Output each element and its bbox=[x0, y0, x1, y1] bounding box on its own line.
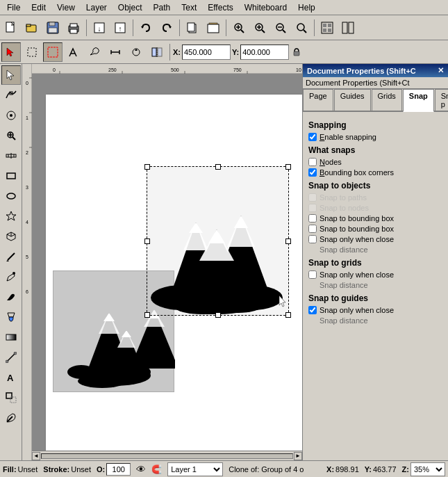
tab-grids[interactable]: Grids bbox=[372, 89, 402, 111]
handle-middle-left[interactable] bbox=[144, 239, 150, 244]
measure-canvas-tool[interactable] bbox=[1, 146, 21, 165]
zoom-out-button[interactable] bbox=[271, 18, 290, 38]
nodes-checkbox[interactable] bbox=[308, 158, 317, 166]
snap-paths-label: Snap to paths bbox=[320, 193, 367, 202]
visibility-icon[interactable]: 👁 bbox=[136, 464, 146, 475]
snap-only1-checkbox[interactable] bbox=[308, 235, 317, 243]
pencil-tool[interactable] bbox=[1, 247, 21, 266]
open-button[interactable] bbox=[22, 18, 42, 38]
right-panel: Document Properties (Shift+C ✕ Document … bbox=[302, 64, 448, 460]
export-button[interactable]: ↑ bbox=[110, 18, 130, 38]
h-scroll-right[interactable]: ► bbox=[294, 452, 302, 460]
view-btn1[interactable] bbox=[317, 18, 337, 38]
handle-top-center[interactable] bbox=[215, 164, 221, 170]
handle-bottom-center[interactable] bbox=[215, 312, 221, 318]
svg-rect-36 bbox=[349, 22, 354, 33]
node-edit-tool[interactable] bbox=[1, 86, 21, 105]
bbox-corners-checkbox[interactable] bbox=[308, 168, 317, 177]
zoom-fit-button[interactable] bbox=[229, 18, 249, 38]
zoom-tool[interactable] bbox=[85, 42, 104, 62]
tab-snap-p[interactable]: Snap p bbox=[435, 89, 448, 111]
snap-grids-only-checkbox[interactable] bbox=[308, 270, 317, 279]
menu-path[interactable]: Path bbox=[148, 1, 176, 14]
save-button[interactable] bbox=[43, 18, 63, 38]
bucket-tool[interactable] bbox=[1, 307, 21, 327]
tab-page[interactable]: Page bbox=[303, 89, 333, 111]
mirror-tool[interactable] bbox=[147, 42, 167, 62]
3d-box-tool[interactable] bbox=[1, 227, 21, 246]
menu-object[interactable]: Object bbox=[113, 1, 148, 14]
close-icon[interactable]: ✕ bbox=[438, 66, 444, 75]
menu-file[interactable]: File bbox=[1, 1, 26, 14]
rotate-tool[interactable] bbox=[126, 42, 146, 62]
menu-effects[interactable]: Effects bbox=[202, 1, 238, 14]
lock-icon[interactable] bbox=[292, 47, 301, 57]
redo-button[interactable] bbox=[157, 18, 176, 38]
bbox-corners-label: Bounding box corners bbox=[320, 168, 394, 177]
connector-tool[interactable] bbox=[1, 348, 21, 367]
svg-marker-114 bbox=[189, 223, 203, 233]
tab-guides[interactable]: Guides bbox=[334, 89, 371, 111]
y-input[interactable] bbox=[240, 45, 289, 60]
canvas-content[interactable] bbox=[32, 74, 302, 460]
selection-container[interactable] bbox=[147, 166, 289, 316]
gradient-tool[interactable] bbox=[1, 328, 21, 347]
zoom-draw-button[interactable] bbox=[292, 18, 311, 38]
svg-point-28 bbox=[297, 24, 304, 31]
svg-point-70 bbox=[6, 360, 8, 363]
undo-button[interactable] bbox=[136, 18, 156, 38]
h-scrollbar[interactable]: ◄ ► bbox=[32, 451, 302, 460]
menu-text[interactable]: Text bbox=[176, 1, 202, 14]
copy-page-button[interactable] bbox=[183, 18, 202, 38]
zoom-in-button[interactable] bbox=[250, 18, 269, 38]
x-input[interactable] bbox=[182, 45, 231, 60]
measure-tool[interactable] bbox=[106, 42, 125, 62]
canvas-area[interactable]: 0 1 2 3 4 5 6 0 250 500 bbox=[22, 64, 302, 460]
menu-help[interactable]: Help bbox=[292, 1, 321, 14]
zoom-select[interactable]: 35% bbox=[410, 462, 445, 476]
dropper-tool[interactable] bbox=[1, 408, 21, 428]
selection-tool[interactable] bbox=[43, 42, 63, 62]
print-button[interactable] bbox=[64, 18, 83, 38]
pen-tool[interactable] bbox=[1, 267, 21, 286]
handle-bottom-left[interactable] bbox=[144, 312, 150, 318]
clone-tool[interactable] bbox=[1, 388, 21, 407]
svg-rect-73 bbox=[6, 393, 12, 398]
menu-edit[interactable]: Edit bbox=[26, 1, 51, 14]
tab-snap[interactable]: Snap bbox=[403, 89, 434, 112]
snap-guides-only-row: Snap only when close bbox=[308, 306, 442, 314]
layer-select[interactable]: Layer 1 bbox=[167, 462, 223, 476]
new-button[interactable] bbox=[1, 18, 21, 38]
node-tool[interactable] bbox=[64, 42, 83, 62]
opacity-input[interactable] bbox=[106, 463, 131, 476]
rubber-band-tool[interactable] bbox=[22, 42, 42, 62]
h-scroll-left[interactable]: ◄ bbox=[32, 452, 40, 460]
h-scroll-track[interactable] bbox=[41, 453, 293, 459]
snap-icon[interactable]: 🧲 bbox=[151, 464, 162, 474]
menu-view[interactable]: View bbox=[51, 1, 81, 14]
handle-top-left[interactable] bbox=[144, 164, 150, 170]
calligraphy-tool[interactable] bbox=[1, 287, 21, 307]
handle-bottom-right[interactable] bbox=[285, 312, 291, 318]
select-tool[interactable] bbox=[1, 42, 21, 62]
text-tool[interactable]: A bbox=[1, 368, 21, 387]
zoom-canvas-tool[interactable] bbox=[1, 126, 21, 145]
view-btn2[interactable] bbox=[338, 18, 358, 38]
menu-layer[interactable]: Layer bbox=[81, 1, 113, 14]
ellipse-tool[interactable] bbox=[1, 186, 21, 206]
arrow-tool[interactable] bbox=[1, 65, 21, 85]
import-button[interactable]: ↓ bbox=[90, 18, 109, 38]
star-tool[interactable] bbox=[1, 207, 21, 226]
snap-bbox1-checkbox[interactable] bbox=[308, 214, 317, 223]
snap-guides-only-checkbox[interactable] bbox=[308, 306, 317, 314]
menu-whiteboard[interactable]: Whiteboard bbox=[239, 1, 292, 14]
snap-bbox2-checkbox[interactable] bbox=[308, 225, 317, 233]
x-status-value: 898.91 bbox=[335, 465, 359, 474]
handle-middle-right[interactable] bbox=[285, 239, 291, 244]
paste-page-button[interactable] bbox=[204, 18, 223, 38]
svg-rect-74 bbox=[10, 397, 16, 403]
rect-tool[interactable] bbox=[1, 166, 21, 186]
tweak-tool[interactable] bbox=[1, 106, 21, 125]
handle-top-right[interactable] bbox=[285, 164, 291, 170]
enable-snapping-checkbox[interactable] bbox=[308, 133, 317, 141]
